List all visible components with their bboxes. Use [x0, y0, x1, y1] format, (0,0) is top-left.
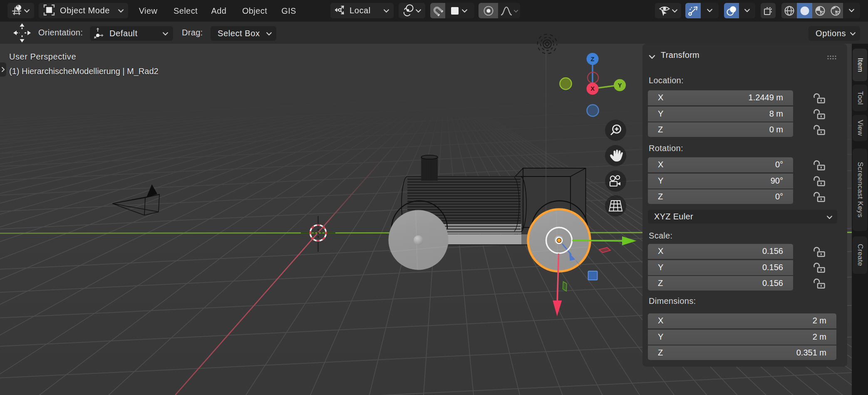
svg-text:Z: Z [591, 56, 595, 62]
svg-text:X: X [590, 85, 595, 92]
svg-text:Y: Y [618, 82, 622, 89]
